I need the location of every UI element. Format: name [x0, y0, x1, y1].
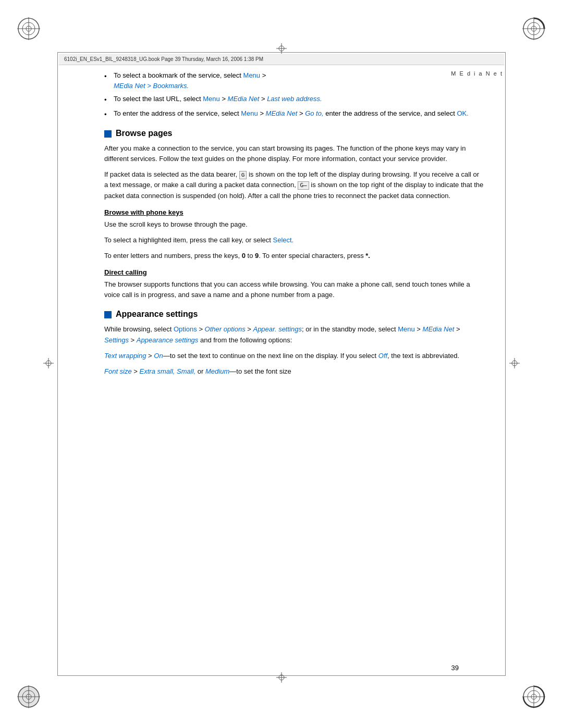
bold-0: 0 [242, 252, 246, 260]
packet-data-icon: G [239, 171, 247, 179]
bullet-list-top: • To select a bookmark of the service, s… [104, 70, 485, 119]
link-text-wrapping: Text wrapping [104, 352, 146, 360]
content-area: • To select a bookmark of the service, s… [104, 70, 485, 671]
appearance-settings-title: Appearance settings [116, 310, 198, 319]
link-extra-small: Extra small, [140, 367, 175, 375]
link-goto: Go to, [305, 109, 323, 117]
crosshair-right [509, 358, 520, 371]
bullet-dot-2: • [104, 95, 112, 105]
browse-phone-keys-para2: To select a highlighted item, press the … [104, 235, 485, 245]
link-lastwebaddress: Last web address. [267, 95, 322, 103]
border-right [505, 52, 506, 676]
browse-phone-keys-section: Browse with phone keys Use the scroll ke… [104, 208, 485, 261]
link-small: Small, [177, 367, 195, 375]
appearance-settings-heading: Appearance settings [104, 310, 485, 319]
link-settings: Settings [104, 336, 129, 344]
link-media-goto1: MEdia Net [266, 109, 298, 117]
link-off: Off [378, 352, 387, 360]
bullet-text-3: To enter the address of the service, sel… [114, 108, 469, 119]
browse-phone-keys-para1: Use the scroll keys to browse through th… [104, 219, 485, 230]
bold-star: *. [365, 252, 370, 260]
bullet-text-1: To select a bookmark of the service, sel… [114, 70, 266, 91]
link-select: Select. [273, 236, 293, 244]
appearance-settings-section: Appearance settings While browsing, sele… [104, 310, 485, 377]
bullet-item-3: • To enter the address of the service, s… [104, 108, 485, 120]
link-menu-1: Menu [243, 71, 261, 79]
file-info-bar: 6102i_EN_ESv1_BIL_9248318_UG.book Page 3… [59, 54, 504, 65]
link-options: Options [174, 325, 197, 333]
link-ok: OK. [457, 109, 468, 117]
page-number: 39 [451, 664, 459, 672]
bullet-text-2: To select the last URL, select Menu > ME… [114, 94, 322, 104]
appearance-settings-para1: While browsing, select Options > Other o… [104, 324, 485, 345]
page-container: 6102i_EN_ESv1_BIL_9248318_UG.book Page 3… [0, 0, 563, 728]
browse-pages-heading: Browse pages [104, 129, 485, 138]
browse-phone-keys-para3: To enter letters and numbers, press the … [104, 251, 485, 261]
corner-mark-tr [520, 15, 548, 45]
border-left [57, 52, 58, 676]
link-media-bookmarks: MEdia Net > Bookmarks. [114, 82, 189, 90]
browse-pages-section: Browse pages After you make a connection… [104, 129, 485, 201]
direct-calling-para1: The browser supports functions that you … [104, 279, 485, 300]
blue-square-2 [104, 311, 112, 318]
link-appear-settings: Appear. settings [253, 325, 301, 333]
link-menu-4: Menu [398, 325, 415, 333]
link-media-lasturl: MEdia Net [228, 95, 260, 103]
bullet-dot-1: • [104, 71, 112, 82]
browse-phone-keys-heading: Browse with phone keys [104, 208, 485, 216]
crosshair-left [43, 358, 54, 371]
bullet-item-1: • To select a bookmark of the service, s… [104, 70, 485, 91]
bullet-dot-3: • [104, 109, 112, 120]
corner-mark-bl [15, 683, 43, 713]
link-medium: Medium [205, 367, 229, 375]
bullet-item-2: • To select the last URL, select Menu > … [104, 94, 485, 105]
corner-mark-br [520, 683, 548, 713]
packet-data-suspended-icon: G̶ [298, 181, 309, 190]
browse-pages-para1: After you make a connection to the servi… [104, 143, 485, 164]
link-font-size: Font size [104, 367, 132, 375]
browse-pages-title: Browse pages [116, 129, 172, 138]
appearance-option1: Text wrapping > On—to set the text to co… [104, 351, 485, 361]
blue-square-1 [104, 130, 112, 138]
direct-calling-section: Direct calling The browser supports func… [104, 268, 485, 300]
browse-pages-para2: If packet data is selected as the data b… [104, 169, 485, 201]
link-menu-3: Menu [241, 109, 258, 117]
appearance-option2: Font size > Extra small, Small, or Mediu… [104, 366, 485, 377]
link-media-net-appear: MEdia Net [423, 325, 455, 333]
crosshair-bottom [276, 672, 287, 685]
link-other-options: Other options [205, 325, 246, 333]
svg-point-15 [18, 686, 39, 707]
bold-9: 9 [255, 252, 259, 260]
corner-mark-tl [15, 15, 43, 45]
link-appearance: Appearance settings [137, 336, 199, 344]
link-menu-2: Menu [203, 95, 220, 103]
file-info-text: 6102i_EN_ESv1_BIL_9248318_UG.book Page 3… [64, 56, 263, 62]
link-on: On [154, 352, 163, 360]
direct-calling-heading: Direct calling [104, 268, 485, 276]
